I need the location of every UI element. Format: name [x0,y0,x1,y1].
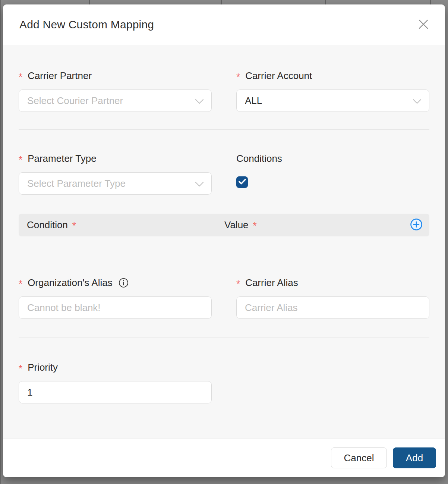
carrier-partner-select[interactable]: Select Courier Partner [19,89,212,112]
modal-title: Add New Custom Mapping [19,18,154,31]
close-icon [418,19,429,31]
organizations-alias-input[interactable] [19,296,212,319]
background-page-edge [0,0,1,484]
chevron-down-icon [195,178,204,189]
parameter-type-select[interactable]: Select Parameter Type [19,172,212,195]
conditions-checkbox[interactable] [236,176,248,188]
required-asterisk: * [72,220,76,232]
required-asterisk: * [253,220,257,232]
section-divider [19,129,429,130]
section-divider [19,337,429,337]
carrier-alias-field: * Carrier Alias [236,276,429,319]
plus-circle-icon [410,218,423,232]
checkmark-icon [239,179,246,186]
conditions-label: Conditions [236,152,429,165]
parameter-type-field: * Parameter Type Select Parameter Type [19,152,212,195]
carrier-alias-input[interactable] [236,296,429,319]
carrier-partner-placeholder: Select Courier Partner [27,95,123,107]
modal-body: * Carrier Partner Select Courier Partner… [3,45,445,438]
carrier-account-value: ALL [245,95,262,107]
required-asterisk: * [236,70,240,83]
carrier-partner-label: * Carrier Partner [19,69,212,82]
carrier-account-select[interactable]: ALL [236,89,429,112]
organizations-alias-field: * Organization's Alias [19,276,212,319]
organizations-alias-label: * Organization's Alias [19,276,212,289]
conditions-field: Conditions [236,152,429,195]
carrier-partner-field: * Carrier Partner Select Courier Partner [19,69,212,112]
required-asterisk: * [19,153,22,166]
chevron-down-icon [413,95,422,107]
close-button[interactable] [415,16,432,33]
required-asterisk: * [19,362,22,375]
condition-column-header: Condition * [27,219,224,231]
required-asterisk: * [236,277,240,290]
priority-input[interactable] [19,381,212,403]
chevron-down-icon [195,95,204,107]
modal-header: Add New Custom Mapping [3,4,445,45]
required-asterisk: * [19,70,22,83]
modal-footer: Cancel Add [3,438,445,477]
carrier-account-label: * Carrier Account [236,69,429,82]
add-button[interactable]: Add [393,447,436,468]
priority-field: * Priority [19,361,212,403]
parameter-type-label: * Parameter Type [19,152,212,165]
parameter-type-placeholder: Select Parameter Type [27,178,126,189]
section-divider [19,253,429,253]
value-column-header: Value * [224,219,410,231]
required-asterisk: * [19,277,22,290]
cancel-button[interactable]: Cancel [331,447,387,468]
add-custom-mapping-modal: Add New Custom Mapping * Carrier Partner… [3,4,445,477]
carrier-alias-label: * Carrier Alias [236,276,429,289]
add-condition-button[interactable] [410,218,423,232]
info-icon[interactable] [119,278,129,288]
priority-label: * Priority [19,361,212,374]
carrier-account-field: * Carrier Account ALL [236,69,429,112]
conditions-table-header: Condition * Value * [19,214,429,236]
